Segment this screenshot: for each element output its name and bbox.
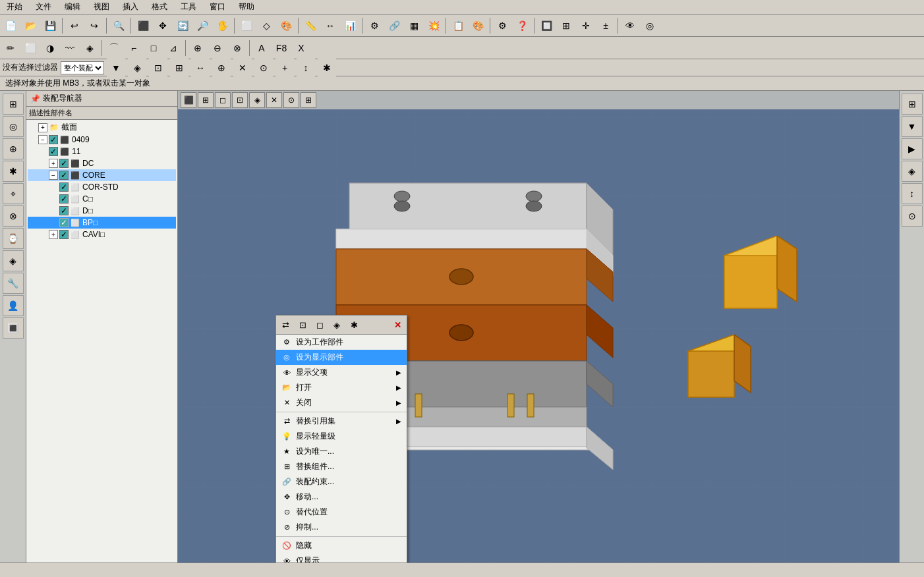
tb2-chamfer[interactable]: ⌐ bbox=[125, 39, 143, 57]
right-btn-1[interactable]: ⊞ bbox=[902, 94, 923, 115]
ctx-close-btn[interactable]: ✕ bbox=[390, 317, 405, 333]
vp-btn-7[interactable]: ⊙ bbox=[283, 92, 299, 108]
filter-btn-10[interactable]: ↕ bbox=[297, 59, 315, 77]
expand-dc[interactable]: + bbox=[49, 159, 58, 168]
tb2-subtract[interactable]: ⊖ bbox=[208, 39, 227, 57]
tb2-shell[interactable]: □ bbox=[144, 39, 163, 57]
right-btn-6[interactable]: ⊙ bbox=[902, 206, 923, 227]
tb-new[interactable]: 📄 bbox=[1, 16, 20, 35]
tb2-loft[interactable]: ◈ bbox=[80, 39, 99, 57]
ctx-tb-transform[interactable]: ✱ bbox=[346, 317, 362, 333]
filter-btn-5[interactable]: ↔ bbox=[191, 59, 210, 77]
ctx-tb-settings[interactable]: ◈ bbox=[329, 317, 345, 333]
ctx-item-set-work[interactable]: ⚙ 设为工作部件 bbox=[276, 335, 407, 350]
tb-save[interactable]: 💾 bbox=[41, 16, 59, 35]
tb-dim[interactable]: ↔ bbox=[321, 16, 339, 35]
ctx-item-show-options[interactable]: 👁 显示父项 ▶ bbox=[276, 365, 407, 380]
filter-dropdown[interactable]: 整个装配 bbox=[61, 61, 104, 74]
tb-show[interactable]: ◎ bbox=[641, 16, 659, 35]
check-core[interactable]: ✓ bbox=[59, 171, 69, 180]
right-btn-5[interactable]: ↕ bbox=[902, 183, 923, 204]
tb-constraint[interactable]: 🔗 bbox=[385, 16, 403, 35]
tb-help[interactable]: ❓ bbox=[513, 16, 531, 35]
ctx-item-asm-constraint[interactable]: 🔗 装配约束... bbox=[276, 474, 407, 489]
tb-analysis[interactable]: 📊 bbox=[341, 16, 359, 35]
expand-cavi[interactable]: + bbox=[49, 230, 58, 239]
check-bp1[interactable]: ✓ bbox=[59, 218, 69, 227]
filter-btn-11[interactable]: ✱ bbox=[318, 59, 336, 77]
right-btn-3[interactable]: ▶ bbox=[902, 138, 923, 159]
tree-node-core[interactable]: − ✓ ⬛ CORE bbox=[28, 169, 176, 181]
left-btn-9[interactable]: 🔧 bbox=[3, 273, 24, 294]
ctx-tb-delete[interactable]: ◻ bbox=[312, 317, 328, 333]
filter-btn-6[interactable]: ⊕ bbox=[212, 59, 231, 77]
tree-node-d1[interactable]: ✓ ⬜ D□ bbox=[28, 205, 176, 217]
ctx-item-replace-ref[interactable]: ⇄ 替换引用集 ▶ bbox=[276, 414, 407, 429]
right-btn-4[interactable]: ◈ bbox=[902, 161, 923, 182]
ctx-item-hide[interactable]: 🚫 隐藏 bbox=[276, 538, 407, 553]
tree-node-c1[interactable]: ✓ ⬜ C□ bbox=[28, 193, 176, 205]
filter-btn-4[interactable]: ⊞ bbox=[170, 59, 188, 77]
left-btn-1[interactable]: ⊞ bbox=[3, 94, 24, 115]
tb-grid[interactable]: ⊞ bbox=[557, 16, 575, 35]
tb2-text[interactable]: A bbox=[252, 39, 271, 57]
tb-pattern[interactable]: ▦ bbox=[405, 16, 423, 35]
check-cavi[interactable]: ✓ bbox=[59, 230, 69, 239]
tree-node-jianmian[interactable]: + 📁 截面 bbox=[28, 121, 176, 134]
tb-hide[interactable]: 👁 bbox=[621, 16, 639, 35]
vp-btn-4[interactable]: ⊡ bbox=[232, 92, 248, 108]
left-btn-10[interactable]: 👤 bbox=[3, 295, 24, 316]
tb-pan[interactable]: 🖐 bbox=[213, 16, 231, 35]
tb-move[interactable]: ✥ bbox=[154, 16, 172, 35]
ctx-item-close[interactable]: ✕ 关闭 ▶ bbox=[276, 395, 407, 410]
tb-redo[interactable]: ↪ bbox=[85, 16, 103, 35]
ctx-item-show-only[interactable]: 👁 仅显示 bbox=[276, 553, 407, 563]
tb-view-front[interactable]: ⬜ bbox=[237, 16, 256, 35]
menu-help[interactable]: 帮助 bbox=[235, 1, 258, 13]
tb2-fxf8[interactable]: F8 bbox=[272, 39, 291, 57]
tb-render[interactable]: 🎨 bbox=[277, 16, 295, 35]
tb-layer[interactable]: 📋 bbox=[449, 16, 467, 35]
tb2-fillet[interactable]: ⌒ bbox=[105, 39, 123, 57]
left-btn-11[interactable]: 🔳 bbox=[3, 317, 24, 339]
menu-start[interactable]: 开始 bbox=[3, 1, 26, 13]
tb2-extrude[interactable]: ⬜ bbox=[21, 39, 40, 57]
ctx-item-open[interactable]: 📂 打开 ▶ bbox=[276, 380, 407, 395]
tb-explode[interactable]: 💥 bbox=[424, 16, 443, 35]
tb-origin[interactable]: ✛ bbox=[577, 16, 595, 35]
check-0409[interactable]: ✓ bbox=[49, 135, 58, 144]
tb2-sketch[interactable]: ✏ bbox=[1, 39, 20, 57]
tb-snap[interactable]: 🔲 bbox=[537, 16, 556, 35]
ctx-item-set-unique[interactable]: ★ 设为唯一... bbox=[276, 444, 407, 459]
tb2-intersect[interactable]: ⊗ bbox=[228, 39, 246, 57]
filter-btn-8[interactable]: ⊙ bbox=[254, 59, 273, 77]
ctx-tb-move[interactable]: ⇄ bbox=[277, 317, 293, 333]
filter-btn-7[interactable]: ✕ bbox=[233, 59, 252, 77]
left-btn-6[interactable]: ⊗ bbox=[3, 206, 24, 227]
tb-view-iso[interactable]: ◇ bbox=[257, 16, 275, 35]
tree-node-dc[interactable]: + ✓ ⬛ DC bbox=[28, 157, 176, 169]
check-dc[interactable]: ✓ bbox=[59, 159, 69, 168]
vp-btn-2[interactable]: ⊞ bbox=[198, 92, 214, 108]
left-btn-5[interactable]: ⌖ bbox=[3, 183, 24, 204]
menu-view[interactable]: 视图 bbox=[90, 1, 113, 13]
left-btn-4[interactable]: ✱ bbox=[3, 161, 24, 182]
tree-node-cor-std[interactable]: ✓ ⬜ COR-STD bbox=[28, 181, 176, 193]
tb-assembly[interactable]: ⚙ bbox=[365, 16, 384, 35]
filter-btn-1[interactable]: ▼ bbox=[107, 59, 125, 77]
menu-format[interactable]: 格式 bbox=[148, 1, 171, 13]
filter-btn-9[interactable]: + bbox=[275, 59, 294, 77]
left-btn-2[interactable]: ◎ bbox=[3, 116, 24, 137]
ctx-item-move[interactable]: ✥ 移动... bbox=[276, 489, 407, 505]
right-btn-2[interactable]: ▼ bbox=[902, 116, 923, 137]
check-cor-std[interactable]: ✓ bbox=[59, 182, 69, 192]
tb2-draft[interactable]: ⊿ bbox=[164, 39, 183, 57]
tb-settings[interactable]: ⚙ bbox=[493, 16, 511, 35]
tb-undo[interactable]: ↩ bbox=[65, 16, 84, 35]
tb-zoom[interactable]: 🔎 bbox=[193, 16, 212, 35]
expand-0409[interactable]: − bbox=[38, 135, 47, 144]
vp-btn-1[interactable]: ⬛ bbox=[181, 92, 196, 108]
left-btn-8[interactable]: ◈ bbox=[3, 250, 24, 271]
tree-node-0409[interactable]: − ✓ ⬛ 0409 bbox=[28, 134, 176, 146]
menu-window[interactable]: 窗口 bbox=[206, 1, 229, 13]
